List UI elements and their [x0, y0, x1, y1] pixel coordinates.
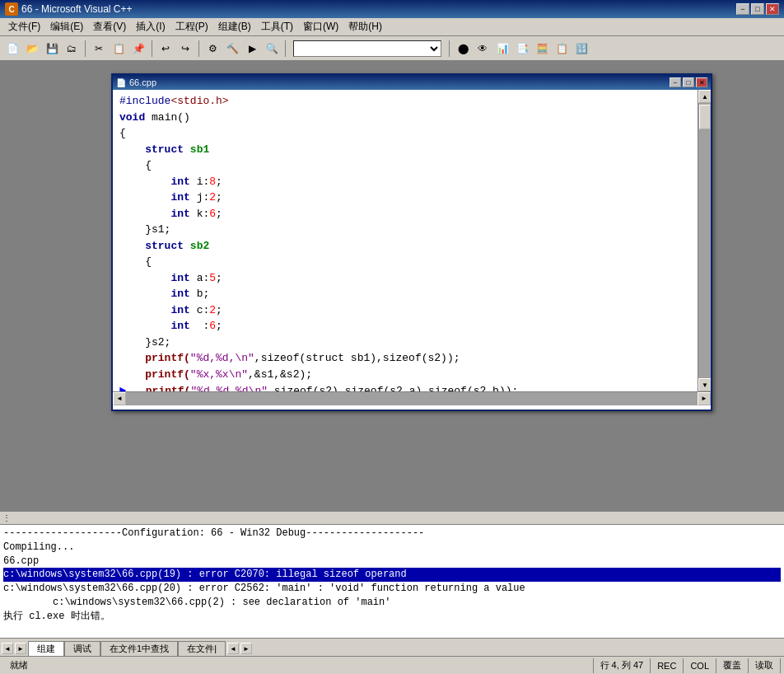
output-header: ⋮	[0, 512, 784, 525]
registers-button[interactable]: 📋	[553, 40, 571, 58]
toolbar-separator-2	[152, 40, 152, 57]
minimize-button[interactable]: −	[736, 3, 749, 15]
status-rec: REC	[651, 658, 684, 673]
status-position: 行 4, 列 47	[594, 658, 651, 673]
toolbar-separator-5	[449, 40, 450, 57]
editor-maximize-button[interactable]: □	[683, 77, 694, 87]
editor-scrollbar-horizontal[interactable]: ◄ ►	[113, 391, 711, 405]
menu-window[interactable]: 窗口(W)	[298, 18, 343, 35]
title-bar: C 66 - Microsoft Visual C++ − □ ✕	[0, 0, 784, 18]
toolbar: 📄 📂 💾 🗂 ✂ 📋 📌 ↩ ↪ ⚙ 🔨 ▶ 🔍 ⬤ 👁 📊 📑 🧮 📋 🔢	[0, 36, 784, 61]
toolbar-separator-4	[285, 40, 286, 57]
output-line-2: 66.cpp	[3, 555, 781, 569]
output-tabs: ◄ ► 组建 调试 在文件1中查找 在文件| ◄ ►	[0, 638, 784, 656]
output-resize-handle[interactable]: ⋮	[0, 512, 13, 525]
output-line-6: 执行 cl.exe 时出错。	[3, 610, 781, 624]
build-button[interactable]: 🔨	[223, 40, 241, 58]
code-editor[interactable]: #include<stdio.h> void main() { struct s…	[113, 90, 698, 391]
tab-debug[interactable]: 调试	[64, 641, 100, 656]
cut-button[interactable]: ✂	[90, 40, 108, 58]
scroll-thumb[interactable]	[699, 105, 711, 129]
editor-file-icon: 📄	[116, 78, 126, 87]
editor-window: 📄 66.cpp − □ ✕ #include<stdio.h> void ma…	[111, 73, 712, 411]
tab-scroll-left-2[interactable]: ◄	[227, 643, 239, 654]
menu-build[interactable]: 组建(B)	[213, 18, 256, 35]
tab-find-in-files-2[interactable]: 在文件|	[178, 641, 226, 656]
output-content: --------------------Configuration: 66 - …	[0, 525, 784, 638]
scroll-up-button[interactable]: ▲	[698, 90, 711, 103]
toolbar-separator-3	[198, 40, 199, 57]
output-line-1: Compiling...	[3, 541, 781, 555]
menu-insert[interactable]: 插入(I)	[131, 18, 170, 35]
save-all-button[interactable]: 🗂	[63, 40, 81, 58]
tab-scroll-left[interactable]: ◄	[2, 643, 13, 654]
status-col: COL	[684, 658, 716, 673]
undo-button[interactable]: ↩	[156, 40, 175, 58]
watch-button[interactable]: 👁	[474, 40, 492, 58]
open-file-button[interactable]: 📂	[23, 40, 41, 58]
tab-scroll-buttons-right: ◄ ►	[226, 641, 254, 656]
disasm-button[interactable]: 🔢	[572, 40, 590, 58]
close-button[interactable]: ✕	[766, 3, 779, 15]
status-text: 就绪	[3, 658, 594, 673]
new-file-button[interactable]: 📄	[3, 40, 21, 58]
editor-scrollbar-vertical[interactable]: ▲ ▼	[698, 90, 711, 391]
menu-project[interactable]: 工程(P)	[170, 18, 213, 35]
status-bar: 就绪 行 4, 列 47 REC COL 覆盖 读取	[0, 656, 784, 674]
menu-view[interactable]: 查看(V)	[88, 18, 131, 35]
menu-file[interactable]: 文件(F)	[3, 18, 45, 35]
scroll-left-button[interactable]: ◄	[113, 392, 126, 405]
memory-button[interactable]: 🧮	[533, 40, 551, 58]
tab-build[interactable]: 组建	[28, 641, 64, 656]
status-ovr: 覆盖	[716, 658, 749, 673]
redo-button[interactable]: ↪	[176, 40, 194, 58]
tab-scroll-right[interactable]: ►	[15, 643, 26, 654]
copy-button[interactable]: 📋	[110, 40, 128, 58]
scroll-right-button[interactable]: ►	[698, 392, 711, 405]
scroll-down-button[interactable]: ▼	[698, 378, 711, 391]
menu-help[interactable]: 帮助(H)	[343, 18, 387, 35]
run-button[interactable]: ▶	[243, 40, 261, 58]
title-controls: − □ ✕	[736, 3, 779, 15]
tab-scroll-right-2[interactable]: ►	[240, 643, 252, 654]
call-stack-button[interactable]: 📑	[513, 40, 531, 58]
app-icon: C	[5, 2, 18, 16]
breakpoint-button[interactable]: ⬤	[454, 40, 472, 58]
workspace: 📄 66.cpp − □ ✕ #include<stdio.h> void ma…	[0, 61, 784, 674]
maximize-button[interactable]: □	[751, 3, 764, 15]
menu-bar: 文件(F) 编辑(E) 查看(V) 插入(I) 工程(P) 组建(B) 工具(T…	[0, 18, 784, 36]
tab-find-in-files-1[interactable]: 在文件1中查找	[100, 641, 178, 656]
output-separator: --------------------Configuration: 66 - …	[3, 527, 781, 541]
app-window: C 66 - Microsoft Visual C++ − □ ✕ 文件(F) …	[0, 0, 784, 674]
scroll-track-h	[126, 392, 698, 405]
code-area[interactable]: #include<stdio.h> void main() { struct s…	[113, 90, 711, 391]
editor-title-controls: − □ ✕	[670, 77, 707, 87]
app-title: 66 - Microsoft Visual C++	[21, 3, 736, 15]
editor-title-bar: 📄 66.cpp − □ ✕	[113, 75, 711, 90]
editor-minimize-button[interactable]: −	[670, 77, 681, 87]
debug-button[interactable]: 🔍	[263, 40, 281, 58]
output-line-5: c:\windows\system32\66.cpp(2) : see decl…	[3, 596, 781, 610]
menu-edit[interactable]: 编辑(E)	[45, 18, 88, 35]
editor-close-button[interactable]: ✕	[696, 77, 707, 87]
output-line-4: c:\windows\system32\66.cpp(20) : error C…	[3, 582, 781, 596]
editor-title: 66.cpp	[129, 77, 670, 87]
save-button[interactable]: 💾	[43, 40, 61, 58]
compile-button[interactable]: ⚙	[203, 40, 222, 58]
config-dropdown[interactable]	[293, 40, 441, 57]
toolbar-separator-1	[85, 40, 86, 57]
output-panel: ⋮ --------------------Configuration: 66 …	[0, 512, 784, 656]
paste-button[interactable]: 📌	[129, 40, 147, 58]
output-error-line: c:\windows\system32\66.cpp(19) : error C…	[3, 568, 781, 582]
locals-button[interactable]: 📊	[493, 40, 511, 58]
menu-tools[interactable]: 工具(T)	[256, 18, 298, 35]
status-read: 读取	[749, 658, 781, 673]
tab-scroll-buttons: ◄ ►	[0, 641, 28, 656]
